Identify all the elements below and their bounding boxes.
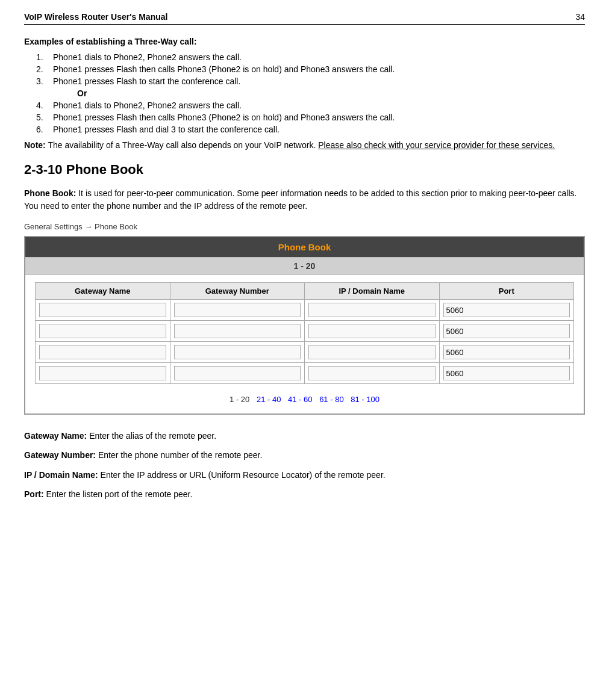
pb-pagination: 1 - 20 21 - 40 41 - 60 61 - 80 81 - 100 bbox=[35, 391, 574, 406]
desc-gateway-number: Gateway Number: Enter the phone number o… bbox=[24, 448, 585, 462]
note-link: Please also check with your service prov… bbox=[318, 140, 555, 150]
cell-port-3 bbox=[439, 342, 574, 363]
cell-ip-domain-1 bbox=[305, 300, 440, 321]
input-gateway-name-2[interactable] bbox=[39, 324, 166, 338]
pagination-link-41-60[interactable]: 41 - 60 bbox=[288, 395, 312, 404]
desc-text-gateway-name: Enter the alias of the remote peer. bbox=[87, 431, 216, 441]
col-gateway-number: Gateway Number bbox=[170, 283, 305, 300]
cell-ip-domain-2 bbox=[305, 321, 440, 342]
desc-label-ip-domain: IP / Domain Name: bbox=[24, 470, 98, 480]
note-body: The availability of a Three-Way call als… bbox=[46, 140, 318, 150]
table-row bbox=[36, 363, 574, 384]
pb-range-bar: 1 - 20 bbox=[25, 257, 584, 275]
cell-gateway-number-2 bbox=[170, 321, 305, 342]
input-gateway-number-1[interactable] bbox=[174, 303, 301, 317]
intro-text: It is used for peer-to-peer communicatio… bbox=[24, 188, 576, 211]
input-port-3[interactable] bbox=[443, 345, 570, 359]
intro-label: Phone Book: bbox=[24, 188, 76, 198]
cell-port-4 bbox=[439, 363, 574, 384]
col-gateway-name: Gateway Name bbox=[36, 283, 170, 300]
desc-text-ip-domain: Enter the IP address or URL (Uniform Res… bbox=[98, 470, 386, 480]
input-gateway-name-1[interactable] bbox=[39, 303, 166, 317]
step-2: 2.Phone1 presses Flash then calls Phone3… bbox=[36, 64, 585, 74]
desc-label-gateway-name: Gateway Name: bbox=[24, 431, 87, 441]
pagination-link-81-100[interactable]: 81 - 100 bbox=[351, 395, 379, 404]
input-ip-domain-4[interactable] bbox=[308, 366, 436, 380]
step-5: 5.Phone1 presses Flash then calls Phone3… bbox=[36, 113, 585, 122]
cell-gateway-number-4 bbox=[170, 363, 305, 384]
section-intro: Phone Book: It is used for peer-to-peer … bbox=[24, 187, 585, 212]
input-ip-domain-3[interactable] bbox=[308, 345, 436, 359]
section-heading: 2-3-10 Phone Book bbox=[24, 162, 585, 178]
desc-ip-domain: IP / Domain Name: Enter the IP address o… bbox=[24, 468, 585, 482]
table-row bbox=[36, 300, 574, 321]
page-header: VoIP Wireless Router User's Manual 34 bbox=[24, 12, 585, 25]
desc-label-gateway-number: Gateway Number: bbox=[24, 450, 96, 460]
input-gateway-name-3[interactable] bbox=[39, 345, 166, 359]
examples-section: Examples of establishing a Three-Way cal… bbox=[24, 37, 585, 150]
note-label: Note: bbox=[24, 140, 46, 150]
step-3: 3.Phone1 presses Flash to start the conf… bbox=[36, 76, 585, 86]
table-row bbox=[36, 342, 574, 363]
cell-gateway-name-3 bbox=[36, 342, 170, 363]
cell-gateway-number-3 bbox=[170, 342, 305, 363]
pagination-current: 1 - 20 bbox=[230, 395, 249, 404]
step-6: 6.Phone1 presses Flash and dial 3 to sta… bbox=[36, 125, 585, 134]
cell-gateway-number-1 bbox=[170, 300, 305, 321]
input-gateway-name-4[interactable] bbox=[39, 366, 166, 380]
input-port-1[interactable] bbox=[443, 303, 570, 317]
step-1: 1.Phone1 dials to Phone2, Phone2 answers… bbox=[36, 52, 585, 62]
step-or: Or bbox=[36, 88, 585, 98]
desc-port: Port: Enter the listen port of the remot… bbox=[24, 488, 585, 501]
steps-list: 1.Phone1 dials to Phone2, Phone2 answers… bbox=[36, 52, 585, 134]
cell-gateway-name-1 bbox=[36, 300, 170, 321]
table-row bbox=[36, 321, 574, 342]
pb-header-row: Gateway Name Gateway Number IP / Domain … bbox=[36, 283, 574, 300]
page-number: 34 bbox=[575, 12, 585, 22]
step-4: 4.Phone1 dials to Phone2, Phone2 answers… bbox=[36, 101, 585, 110]
desc-gateway-name: Gateway Name: Enter the alias of the rem… bbox=[24, 429, 585, 442]
cell-port-2 bbox=[439, 321, 574, 342]
pagination-link-21-40[interactable]: 21 - 40 bbox=[257, 395, 281, 404]
manual-title: VoIP Wireless Router User's Manual bbox=[24, 12, 167, 22]
pb-table-body bbox=[36, 300, 574, 384]
nav-path: General Settings → Phone Book bbox=[24, 222, 585, 231]
input-gateway-number-4[interactable] bbox=[174, 366, 301, 380]
desc-text-port: Enter the listen port of the remote peer… bbox=[44, 489, 193, 499]
input-port-2[interactable] bbox=[443, 324, 570, 338]
input-gateway-number-3[interactable] bbox=[174, 345, 301, 359]
col-ip-domain: IP / Domain Name bbox=[305, 283, 440, 300]
input-ip-domain-1[interactable] bbox=[308, 303, 436, 317]
page-container: VoIP Wireless Router User's Manual 34 Ex… bbox=[0, 0, 609, 531]
pb-table-head: Gateway Name Gateway Number IP / Domain … bbox=[36, 283, 574, 300]
cell-gateway-name-2 bbox=[36, 321, 170, 342]
note-paragraph: Note: The availability of a Three-Way ca… bbox=[24, 140, 585, 150]
phone-book-widget: Phone Book 1 - 20 Gateway Name Gateway N… bbox=[24, 236, 585, 415]
cell-port-1 bbox=[439, 300, 574, 321]
pb-table-wrapper: Gateway Name Gateway Number IP / Domain … bbox=[25, 275, 584, 413]
examples-heading: Examples of establishing a Three-Way cal… bbox=[24, 37, 585, 46]
cell-ip-domain-4 bbox=[305, 363, 440, 384]
desc-label-port: Port: bbox=[24, 489, 44, 499]
desc-text-gateway-number: Enter the phone number of the remote pee… bbox=[96, 450, 262, 460]
phone-book-section: 2-3-10 Phone Book Phone Book: It is used… bbox=[24, 162, 585, 501]
col-port: Port bbox=[439, 283, 574, 300]
cell-gateway-name-4 bbox=[36, 363, 170, 384]
pb-header: Phone Book bbox=[25, 237, 584, 257]
cell-ip-domain-3 bbox=[305, 342, 440, 363]
pagination-link-61-80[interactable]: 61 - 80 bbox=[319, 395, 343, 404]
input-gateway-number-2[interactable] bbox=[174, 324, 301, 338]
pb-table: Gateway Name Gateway Number IP / Domain … bbox=[35, 282, 574, 384]
input-ip-domain-2[interactable] bbox=[308, 324, 436, 338]
input-port-4[interactable] bbox=[443, 366, 570, 380]
